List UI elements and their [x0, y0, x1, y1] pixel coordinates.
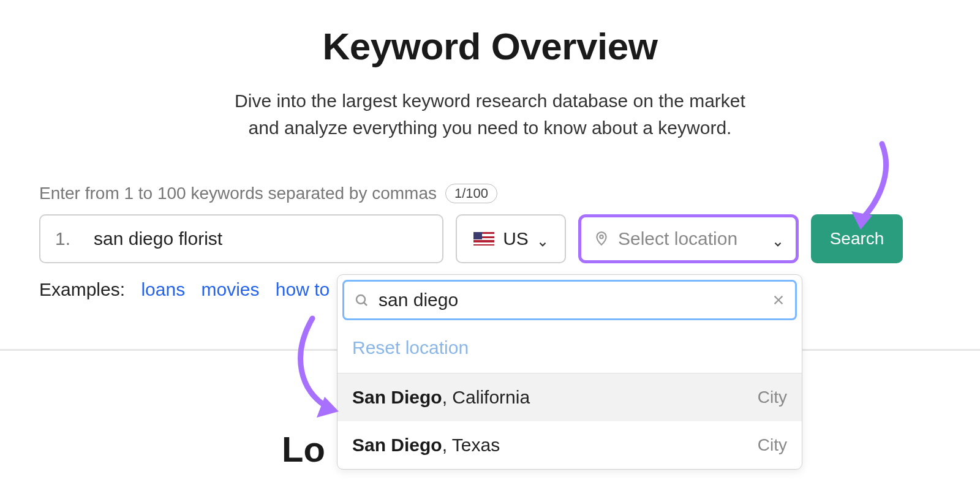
examples-label: Examples: — [39, 279, 125, 299]
keyword-input[interactable]: 1. san diego florist — [39, 214, 443, 263]
helper-row: Enter from 1 to 100 keywords separated b… — [39, 184, 941, 203]
country-label: US — [503, 228, 529, 249]
helper-text: Enter from 1 to 100 keywords separated b… — [39, 184, 437, 203]
location-result[interactable]: San Diego, Texas City — [337, 421, 802, 469]
svg-line-2 — [364, 302, 367, 306]
reset-location-link[interactable]: Reset location — [337, 325, 802, 373]
svg-point-0 — [600, 235, 603, 238]
example-link[interactable]: how to — [276, 279, 330, 299]
svg-marker-6 — [317, 397, 339, 418]
country-select[interactable]: US — [456, 214, 566, 263]
us-flag-icon — [473, 232, 494, 246]
example-link[interactable]: loans — [141, 279, 185, 299]
chevron-down-icon — [772, 233, 783, 244]
partial-heading: Lo — [282, 429, 325, 470]
keyword-value: san diego florist — [94, 228, 222, 249]
location-placeholder: Select location — [618, 228, 764, 249]
example-link[interactable]: movies — [201, 279, 259, 299]
location-dropdown: Reset location San Diego, California Cit… — [337, 274, 802, 470]
svg-point-1 — [356, 295, 365, 304]
clear-icon[interactable] — [772, 293, 785, 307]
keyword-counter: 1/100 — [445, 184, 497, 203]
location-result[interactable]: San Diego, California City — [337, 373, 802, 421]
location-search-input[interactable] — [342, 280, 797, 320]
page-title: Keyword Overview — [0, 24, 980, 68]
search-button[interactable]: Search — [811, 214, 903, 263]
chevron-down-icon — [537, 233, 548, 244]
page-subtitle: Dive into the largest keyword research d… — [0, 88, 980, 141]
location-pin-icon — [594, 231, 609, 247]
location-search-field[interactable] — [379, 290, 762, 310]
keyword-index: 1. — [55, 228, 70, 249]
search-icon — [354, 293, 369, 307]
location-select[interactable]: Select location — [578, 214, 799, 263]
